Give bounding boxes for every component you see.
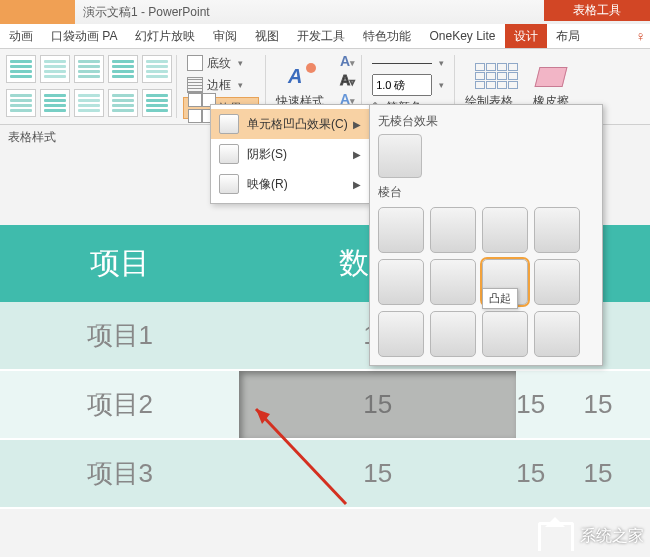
no-bevel-header: 无棱台效果: [378, 113, 596, 130]
bevel-tooltip: 凸起: [482, 288, 518, 309]
watermark-logo-icon: [538, 522, 574, 551]
bevel-option[interactable]: [534, 259, 580, 305]
tab-pocket-anim[interactable]: 口袋动画 PA: [42, 24, 126, 48]
tab-animation[interactable]: 动画: [0, 24, 42, 48]
window-title: 演示文稿1 - PowerPoint: [83, 4, 210, 21]
table-cell-selected[interactable]: 15: [239, 370, 515, 439]
table-cell[interactable]: 项目3: [0, 439, 239, 508]
draw-table-icon: [475, 63, 503, 91]
style-thumb[interactable]: [142, 55, 172, 83]
table-cell[interactable]: 项目2: [0, 370, 239, 439]
tell-me-icon[interactable]: ♀: [636, 28, 647, 44]
border-label: 边框: [207, 77, 231, 94]
bevel-option[interactable]: [378, 207, 424, 253]
style-thumb[interactable]: [74, 55, 104, 83]
quick-access-strip: [0, 0, 75, 24]
menu-shadow[interactable]: 阴影(S)▶: [211, 139, 369, 169]
bevel-option[interactable]: [430, 311, 476, 357]
bevel-option[interactable]: [378, 311, 424, 357]
pen-weight-input[interactable]: [372, 74, 432, 96]
border-button[interactable]: 边框▾: [183, 75, 259, 95]
table-cell[interactable]: 15: [516, 370, 546, 439]
bevel-option[interactable]: [534, 311, 580, 357]
quick-styles-icon: A: [286, 63, 314, 91]
bevel-icon: [219, 114, 239, 134]
table-cell[interactable]: 项目1: [0, 302, 239, 370]
effects-submenu: 单元格凹凸效果(C)▶ 阴影(S)▶ 映像(R)▶: [210, 104, 370, 204]
bevel-option[interactable]: [534, 207, 580, 253]
table-cell[interactable]: 15: [546, 370, 650, 439]
pen-style-button[interactable]: ▾: [368, 53, 448, 73]
tab-slideshow[interactable]: 幻灯片放映: [126, 24, 204, 48]
style-thumb[interactable]: [74, 89, 104, 117]
bevel-option[interactable]: [482, 311, 528, 357]
watermark-text: 系统之家: [580, 526, 644, 547]
menu-cell-bevel[interactable]: 单元格凹凸效果(C)▶: [211, 109, 369, 139]
tab-onekey[interactable]: OneKey Lite: [420, 24, 504, 48]
style-thumb[interactable]: [6, 89, 36, 117]
style-thumb[interactable]: [6, 55, 36, 83]
table-cell[interactable]: 15: [239, 439, 515, 508]
tab-developer[interactable]: 开发工具: [288, 24, 354, 48]
tab-layout[interactable]: 布局: [547, 24, 589, 48]
tab-features[interactable]: 特色功能: [354, 24, 420, 48]
style-thumb[interactable]: [108, 55, 138, 83]
bevel-option[interactable]: [378, 259, 424, 305]
bevel-header: 棱台: [378, 184, 596, 201]
style-thumb[interactable]: [40, 89, 70, 117]
menu-label: 映像(R): [247, 176, 288, 193]
tab-view[interactable]: 视图: [246, 24, 288, 48]
bevel-option[interactable]: [430, 259, 476, 305]
text-outline-icon[interactable]: A▾: [340, 72, 355, 88]
shading-label: 底纹: [207, 55, 231, 72]
ribbon-tabs: 动画 口袋动画 PA 幻灯片放映 审阅 视图 开发工具 特色功能 OneKey …: [0, 24, 650, 49]
table-cell[interactable]: 15: [516, 439, 546, 508]
tab-design[interactable]: 设计: [505, 24, 547, 48]
menu-label: 单元格凹凸效果(C): [247, 116, 348, 133]
tab-review[interactable]: 审阅: [204, 24, 246, 48]
style-thumb[interactable]: [40, 55, 70, 83]
bevel-gallery-panel: 无棱台效果 棱台: [369, 104, 603, 366]
bevel-none[interactable]: [378, 134, 422, 178]
menu-label: 阴影(S): [247, 146, 287, 163]
style-thumb[interactable]: [142, 89, 172, 117]
table-cell[interactable]: 15: [546, 439, 650, 508]
watermark: 系统之家: [538, 522, 644, 551]
style-thumb[interactable]: [108, 89, 138, 117]
text-fill-icon[interactable]: A▾: [340, 53, 355, 69]
reflection-icon: [219, 174, 239, 194]
shadow-icon: [219, 144, 239, 164]
bevel-option[interactable]: [430, 207, 476, 253]
table-header[interactable]: 项目: [0, 225, 239, 302]
bevel-option[interactable]: [482, 207, 528, 253]
contextual-tools-label: 表格工具: [544, 0, 650, 21]
shading-button[interactable]: 底纹▾: [183, 53, 259, 73]
menu-reflection[interactable]: 映像(R)▶: [211, 169, 369, 199]
title-bar: 演示文稿1 - PowerPoint 表格工具: [0, 0, 650, 24]
table-styles-group: [0, 49, 176, 124]
eraser-icon: [537, 63, 565, 91]
